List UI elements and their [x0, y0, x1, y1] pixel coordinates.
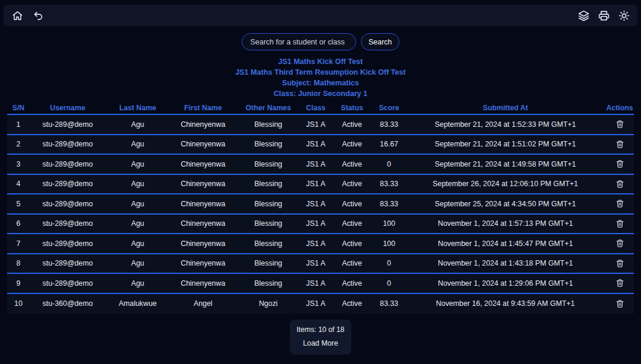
table-row: 1 stu-289@demo Agu Chinenyenwa Blessing …	[7, 115, 634, 135]
cell-actions	[605, 298, 634, 310]
delete-button[interactable]	[614, 119, 626, 130]
cell-submitted-at: September 26, 2024 at 12:06:10 PM GMT+1	[405, 180, 605, 188]
topbar-left-group	[11, 9, 45, 22]
cell-first-name: Chinenyenwa	[170, 219, 236, 228]
cell-last-name: Amalukwue	[106, 299, 170, 308]
layers-button[interactable]	[577, 9, 590, 22]
delete-button[interactable]	[614, 218, 626, 229]
search-input[interactable]	[242, 33, 356, 50]
cell-last-name: Agu	[106, 200, 170, 208]
table-row: 5 stu-289@demo Agu Chinenyenwa Blessing …	[7, 194, 634, 215]
load-more-button[interactable]: Load More	[302, 337, 339, 350]
table-body: 1 stu-289@demo Agu Chinenyenwa Blessing …	[7, 115, 634, 314]
cell-first-name: Chinenyenwa	[170, 259, 236, 267]
cell-actions	[605, 277, 634, 290]
home-button[interactable]	[11, 9, 24, 22]
table-row: 8 stu-289@demo Agu Chinenyenwa Blessing …	[7, 254, 634, 274]
delete-button[interactable]	[614, 178, 626, 190]
cell-username: stu-289@demo	[30, 259, 106, 267]
cell-class: JS1 A	[300, 219, 331, 228]
cell-status: Active	[331, 160, 373, 168]
undo-icon	[33, 10, 44, 21]
cell-status: Active	[331, 200, 373, 208]
cell-other-names: Ngozi	[236, 299, 300, 308]
pagination-card: Items: 10 of 18 Load More	[290, 320, 352, 355]
cell-status: Active	[331, 140, 373, 148]
trash-icon	[615, 199, 624, 208]
cell-sn: 10	[7, 299, 30, 308]
table-row: 7 stu-289@demo Agu Chinenyenwa Blessing …	[7, 234, 634, 254]
trash-icon	[615, 299, 624, 308]
cell-other-names: Blessing	[236, 279, 300, 288]
cell-other-names: Blessing	[236, 160, 300, 168]
cell-class: JS1 A	[300, 259, 331, 267]
cell-first-name: Chinenyenwa	[170, 279, 236, 288]
delete-button[interactable]	[614, 277, 626, 289]
col-header-sn: S/N	[7, 104, 30, 112]
cell-class: JS1 A	[300, 299, 331, 308]
cell-username: stu-360@demo	[30, 299, 106, 308]
test-titles: JS1 Maths Kick Off Test JS1 Maths Third …	[0, 56, 641, 99]
cell-last-name: Agu	[106, 279, 170, 288]
theme-toggle-button[interactable]	[617, 9, 630, 22]
table-row: 10 stu-360@demo Amalukwue Angel Ngozi JS…	[7, 294, 634, 314]
cell-actions	[605, 119, 634, 131]
cell-first-name: Chinenyenwa	[170, 240, 236, 248]
back-button[interactable]	[31, 9, 45, 22]
cell-actions	[605, 178, 634, 190]
trash-icon	[615, 180, 624, 189]
print-button[interactable]	[597, 9, 610, 22]
cell-username: stu-289@demo	[30, 240, 106, 248]
delete-button[interactable]	[614, 138, 626, 150]
test-title-1: JS1 Maths Kick Off Test	[0, 56, 641, 67]
cell-actions	[605, 158, 634, 171]
cell-actions	[605, 138, 634, 151]
cell-other-names: Blessing	[236, 240, 300, 248]
cell-submitted-at: November 1, 2024 at 1:43:18 PM GMT+1	[405, 259, 605, 267]
cell-status: Active	[331, 180, 373, 188]
subject-title: Subject: Mathematics	[0, 78, 641, 88]
col-header-submitted-at: Submitted At	[405, 104, 605, 112]
topbar-right-group	[577, 9, 630, 22]
delete-button[interactable]	[614, 238, 626, 250]
cell-submitted-at: September 21, 2024 at 1:52:33 PM GMT+1	[405, 120, 605, 129]
cell-submitted-at: November 1, 2024 at 1:45:47 PM GMT+1	[405, 240, 605, 248]
test-title-2: JS1 Maths Third Term Resumption Kick Off…	[0, 67, 641, 78]
layers-icon	[578, 10, 589, 21]
cell-last-name: Agu	[106, 140, 170, 148]
cell-class: JS1 A	[300, 120, 331, 129]
cell-class: JS1 A	[300, 180, 331, 188]
topbar	[4, 5, 637, 26]
cell-submitted-at: September 25, 2024 at 4:34:50 PM GMT+1	[405, 200, 605, 208]
cell-score: 0	[373, 160, 405, 168]
sun-icon	[618, 10, 630, 21]
cell-other-names: Blessing	[236, 259, 300, 267]
delete-button[interactable]	[614, 257, 626, 269]
cell-last-name: Agu	[106, 259, 170, 267]
cell-last-name: Agu	[106, 219, 170, 228]
trash-icon	[615, 120, 624, 129]
cell-other-names: Blessing	[236, 219, 300, 228]
table-row: 6 stu-289@demo Agu Chinenyenwa Blessing …	[7, 215, 634, 235]
cell-first-name: Chinenyenwa	[170, 180, 236, 188]
cell-last-name: Agu	[106, 240, 170, 248]
col-header-actions: Actions	[605, 104, 634, 112]
cell-actions	[605, 198, 634, 210]
cell-username: stu-289@demo	[30, 120, 106, 129]
delete-button[interactable]	[614, 198, 626, 210]
cell-username: stu-289@demo	[30, 219, 106, 228]
cell-score: 16.67	[373, 140, 405, 148]
cell-sn: 8	[7, 259, 30, 267]
cell-other-names: Blessing	[236, 200, 300, 208]
delete-button[interactable]	[614, 158, 626, 170]
search-button[interactable]: Search	[361, 33, 400, 50]
cell-class: JS1 A	[300, 160, 331, 168]
cell-submitted-at: September 21, 2024 at 1:51:02 PM GMT+1	[405, 140, 605, 148]
cell-last-name: Agu	[106, 120, 170, 129]
cell-last-name: Agu	[106, 180, 170, 188]
cell-sn: 2	[7, 140, 30, 148]
delete-button[interactable]	[614, 298, 626, 309]
cell-score: 100	[373, 240, 405, 248]
results-table: S/N Username Last Name First Name Other …	[7, 102, 634, 314]
col-header-class: Class	[300, 104, 331, 112]
